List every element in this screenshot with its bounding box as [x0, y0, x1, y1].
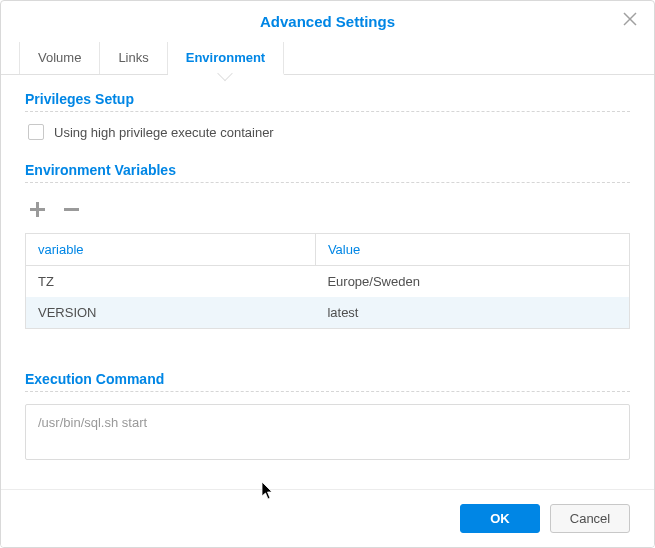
exec-section: Execution Command /usr/bin/sql.sh start [25, 371, 630, 460]
dialog-header: Advanced Settings [1, 1, 654, 38]
env-table: variable Value TZ Europe/Sweden VERSION … [25, 233, 630, 329]
env-var-cell: TZ [26, 266, 316, 298]
close-icon[interactable] [620, 11, 640, 31]
table-row[interactable]: TZ Europe/Sweden [26, 266, 630, 298]
dialog-title: Advanced Settings [17, 13, 638, 30]
env-title: Environment Variables [25, 162, 630, 183]
env-toolbar [25, 195, 630, 223]
dialog-footer: OK Cancel [1, 489, 654, 547]
env-val-cell: latest [315, 297, 629, 329]
tab-environment[interactable]: Environment [168, 42, 284, 75]
privilege-checkbox[interactable] [28, 124, 44, 140]
env-col-value[interactable]: Value [315, 234, 629, 266]
ok-button[interactable]: OK [460, 504, 540, 533]
privilege-checkbox-row: Using high privilege execute container [25, 124, 630, 140]
privileges-title: Privileges Setup [25, 91, 630, 112]
env-val-cell: Europe/Sweden [315, 266, 629, 298]
table-row[interactable]: VERSION latest [26, 297, 630, 329]
minus-icon[interactable] [61, 199, 81, 219]
env-section: Environment Variables variable Value TZ … [25, 162, 630, 329]
cancel-button[interactable]: Cancel [550, 504, 630, 533]
env-col-variable[interactable]: variable [26, 234, 316, 266]
exec-command-input[interactable]: /usr/bin/sql.sh start [25, 404, 630, 460]
tab-links[interactable]: Links [100, 42, 167, 74]
exec-title: Execution Command [25, 371, 630, 392]
privilege-checkbox-label: Using high privilege execute container [54, 125, 274, 140]
tab-volume[interactable]: Volume [19, 42, 100, 74]
content-area: Privileges Setup Using high privilege ex… [1, 75, 654, 476]
plus-icon[interactable] [27, 199, 47, 219]
tabs-bar: Volume Links Environment [1, 42, 654, 75]
env-var-cell: VERSION [26, 297, 316, 329]
